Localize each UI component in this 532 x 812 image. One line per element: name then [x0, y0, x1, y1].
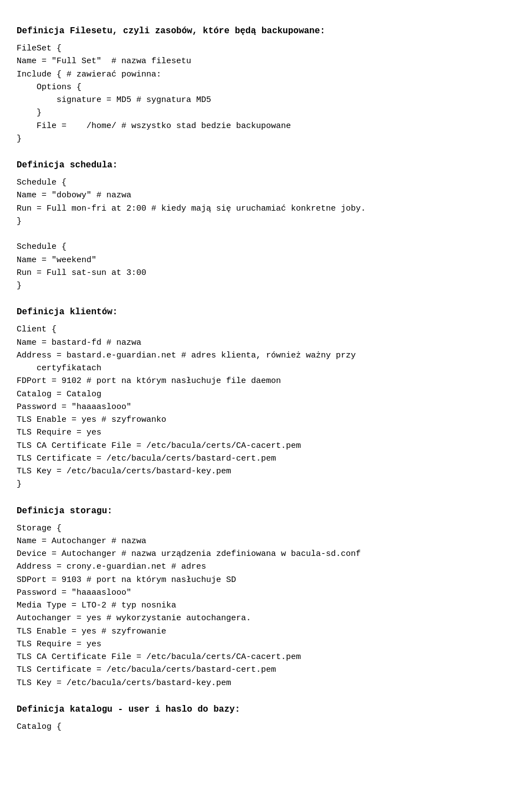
schedule-code: Schedule { Name = "dobowy" # nazwa Run =…: [17, 176, 515, 292]
page-content: Definicja Filesetu, czyli zasobów, które…: [17, 24, 515, 733]
schedule-section: Definicja schedula: Schedule { Name = "d…: [17, 159, 515, 292]
fileset-heading: Definicja Filesetu, czyli zasobów, które…: [17, 24, 515, 38]
storage-heading: Definicja storagu:: [17, 504, 515, 518]
storage-section: Definicja storagu: Storage { Name = Auto…: [17, 504, 515, 690]
catalog-section: Definicja katalogu - user i haslo do baz…: [17, 703, 515, 733]
fileset-code: FileSet { Name = "Full Set" # nazwa file…: [17, 42, 515, 145]
fileset-section: Definicja Filesetu, czyli zasobów, które…: [17, 24, 515, 145]
clients-section: Definicja klientów: Client { Name = bast…: [17, 305, 515, 491]
catalog-code: Catalog {: [17, 721, 515, 733]
schedule-heading: Definicja schedula:: [17, 159, 515, 172]
clients-code: Client { Name = bastard-fd # nazwa Addre…: [17, 323, 515, 491]
catalog-heading: Definicja katalogu - user i haslo do baz…: [17, 703, 515, 716]
clients-heading: Definicja klientów:: [17, 305, 515, 319]
storage-code: Storage { Name = Autochanger # nazwa Dev…: [17, 522, 515, 690]
